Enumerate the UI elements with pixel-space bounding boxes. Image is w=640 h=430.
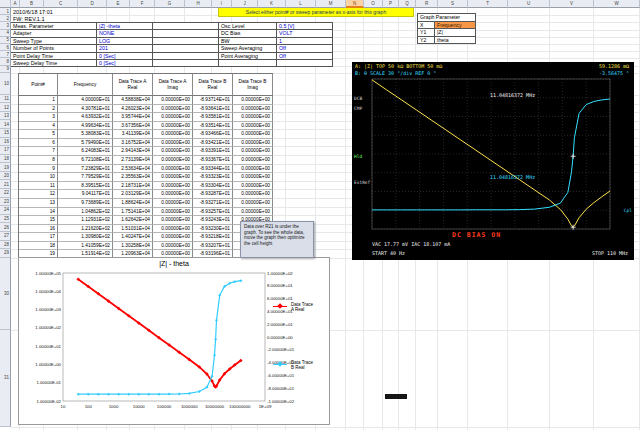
column-header-H[interactable]: H [185, 0, 212, 8]
data-cell[interactable]: 15 [19, 216, 58, 225]
param-cell[interactable]: Sweep Delay Time [11, 60, 97, 67]
data-cell[interactable]: 4.58838E+04 [113, 96, 153, 105]
param-cell[interactable] [153, 23, 219, 30]
column-header-B[interactable]: B [20, 0, 44, 8]
param-cell[interactable]: 0.5 [V] [277, 23, 333, 30]
column-header-S[interactable]: S [438, 0, 468, 8]
data-cell[interactable]: 4 [19, 122, 58, 131]
column-header-C[interactable]: C [44, 0, 78, 8]
param-cell[interactable]: Osc Level [219, 23, 277, 30]
data-cell[interactable]: -8.93287E+01 [193, 190, 233, 199]
column-headers[interactable]: ABCDEFGHIJKLMNOPQRSTUVW [0, 0, 640, 8]
data-cell[interactable]: 10 [19, 173, 58, 182]
graph-param-label[interactable]: Y2 [418, 37, 435, 45]
param-cell[interactable]: Sweep Averaging [219, 45, 277, 52]
data-cell[interactable]: 2.35563E+04 [113, 173, 153, 182]
row-header-26[interactable]: 26 [0, 223, 11, 232]
row-headers[interactable]: 1234567891011121314151617181920212223242… [0, 8, 11, 427]
data-cell[interactable]: -8.93367E+01 [193, 156, 233, 165]
select-all-corner[interactable] [0, 0, 11, 8]
param-cell[interactable] [153, 30, 219, 37]
data-cell[interactable]: 0.00000E+00 [233, 208, 273, 217]
instruction-banner[interactable]: Select either point# or sweep parameter … [218, 7, 414, 17]
data-cell[interactable]: -8.93323E+01 [193, 173, 233, 182]
data-cell[interactable]: -8.93218E+01 [193, 233, 233, 242]
data-cell[interactable]: 1.41059E+02 [58, 242, 113, 251]
row-header-28[interactable]: 28 [0, 241, 11, 250]
param-cell[interactable]: Point Delay Time [11, 53, 97, 60]
data-table-header[interactable]: Data Trace AImag [153, 74, 193, 96]
data-cell[interactable]: 3.16752E+04 [113, 139, 153, 148]
data-cell[interactable]: 7.79529E+01 [58, 173, 113, 182]
data-cell[interactable]: 4.30781E+01 [58, 105, 113, 114]
graph-param-title[interactable]: Graph Parameter [418, 14, 476, 22]
column-header-J[interactable]: J [232, 0, 258, 8]
row-header-25[interactable]: 25 [0, 215, 11, 224]
data-table-header[interactable]: Point# [19, 74, 58, 96]
param-cell[interactable]: 0 [Sec] [97, 60, 153, 67]
data-cell[interactable]: 0.00000E+00 [153, 190, 193, 199]
cell-firmware[interactable]: FW: REV.1.1 [13, 16, 45, 22]
data-cell[interactable]: 0.00000E+00 [153, 105, 193, 114]
data-cell[interactable]: 0.00000E+00 [233, 199, 273, 208]
data-cell[interactable]: 4.00000E+01 [58, 96, 113, 105]
data-cell[interactable]: 0.00000E+00 [153, 225, 193, 234]
data-cell[interactable]: 2.03129E+04 [113, 190, 153, 199]
param-cell[interactable]: |Z| -theta [97, 23, 153, 30]
row-header-6[interactable]: 6 [0, 44, 11, 51]
data-cell[interactable]: 0.00000E+00 [233, 122, 273, 131]
param-cell[interactable]: BW [219, 38, 277, 45]
data-cell[interactable]: 0.00000E+00 [233, 96, 273, 105]
row-header-17[interactable]: 17 [0, 146, 11, 155]
param-cell[interactable]: DC Bias [219, 30, 277, 37]
data-cell[interactable]: 1.30258E+04 [113, 242, 153, 251]
row-header-23[interactable]: 23 [0, 198, 11, 207]
data-cell[interactable]: 0.00000E+00 [233, 147, 273, 156]
param-cell[interactable]: Number of Points [11, 45, 97, 52]
column-header-Q[interactable]: Q [399, 0, 416, 8]
column-header-R[interactable]: R [416, 0, 438, 8]
row-header-7[interactable]: 7 [0, 51, 11, 58]
row-header-10[interactable]: 10 [0, 73, 11, 95]
data-cell[interactable]: 0.00000E+00 [233, 156, 273, 165]
data-cell[interactable]: 13 [19, 199, 58, 208]
column-header-F[interactable]: F [130, 0, 155, 8]
column-header-L[interactable]: L [286, 0, 316, 8]
data-cell[interactable]: 6 [19, 139, 58, 148]
data-cell[interactable]: 1.40247E+04 [113, 233, 153, 242]
data-table-header[interactable]: Data Trace BReal [193, 74, 233, 96]
row-header-8[interactable]: 8 [0, 58, 11, 65]
excel-chart[interactable]: |Z| - theta 1.00000E+051.00000E+041.0000… [18, 257, 330, 425]
data-cell[interactable]: 1.12931E+02 [58, 216, 113, 225]
row-header-1[interactable]: 1 [0, 8, 11, 15]
data-cell[interactable]: 1.51031E+04 [113, 225, 153, 234]
analyzer-screenshot[interactable]: A: |Z| TOP 50 kΩ BOTTOM 50 mΩ59.1286 mΩB… [352, 62, 634, 260]
data-cell[interactable]: -8.93391E+01 [193, 147, 233, 156]
graph-param-value[interactable]: |Z| [435, 29, 476, 37]
data-cell[interactable]: 4.99634E+01 [58, 122, 113, 131]
data-cell[interactable]: 0.00000E+00 [233, 139, 273, 148]
graph-param-value[interactable]: Frequency [435, 22, 476, 30]
data-cell[interactable]: 9 [19, 165, 58, 174]
data-cell[interactable]: 14 [19, 208, 58, 217]
data-cell[interactable]: 0.00000E+00 [153, 208, 193, 217]
data-cell[interactable]: 3 [19, 113, 58, 122]
data-cell[interactable]: 0.00000E+00 [233, 105, 273, 114]
param-cell[interactable]: Point Averaging [219, 53, 277, 60]
data-cell[interactable]: 0.00000E+00 [153, 233, 193, 242]
data-cell[interactable]: 11 [19, 182, 58, 191]
column-header-I[interactable]: I [212, 0, 232, 8]
data-cell[interactable]: 1.04862E+02 [58, 208, 113, 217]
data-cell[interactable]: 4.63932E+01 [58, 113, 113, 122]
data-cell[interactable]: 7 [19, 147, 58, 156]
data-cell[interactable]: 16 [19, 225, 58, 234]
graph-param-label[interactable]: X [418, 22, 435, 30]
data-cell[interactable]: 0.00000E+00 [153, 130, 193, 139]
data-cell[interactable]: -8.93271E+01 [193, 199, 233, 208]
data-cell[interactable]: -8.93304E+01 [193, 182, 233, 191]
data-cell[interactable]: 0.00000E+00 [153, 242, 193, 251]
column-header-M[interactable]: M [316, 0, 346, 8]
note-box[interactable]: Data over R21 is under the graph. To see… [240, 221, 314, 258]
param-cell[interactable]: 0 [Sec] [97, 53, 153, 60]
data-cell[interactable]: 3.67356E+04 [113, 122, 153, 131]
